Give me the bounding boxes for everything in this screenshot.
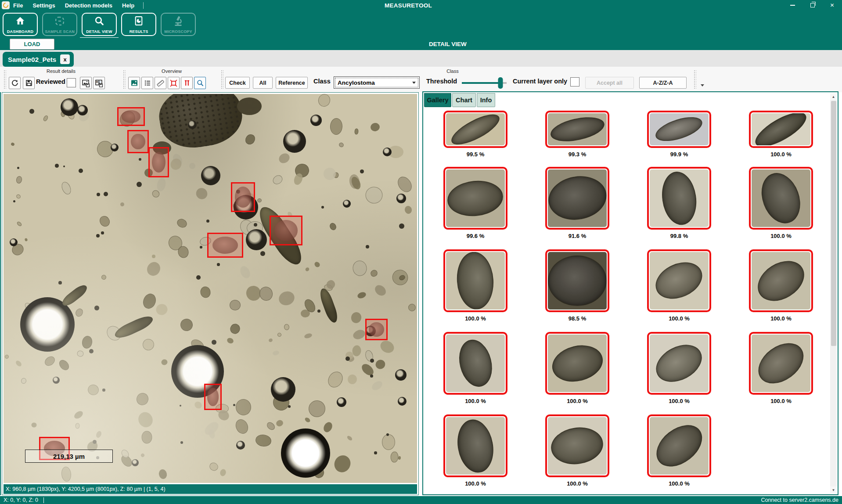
thumbnail-photo — [548, 169, 607, 227]
gallery-item[interactable] — [545, 332, 609, 395]
microscope-icon — [173, 15, 184, 27]
nav-dashboard-button[interactable]: DASHBOARD — [3, 13, 38, 36]
refresh-button[interactable] — [9, 77, 21, 89]
gallery-item[interactable] — [647, 167, 711, 230]
reviewed-checkbox[interactable] — [67, 78, 76, 87]
thumbnail-photo — [650, 169, 709, 227]
air-bubble — [310, 115, 322, 126]
speck-blob — [13, 200, 15, 202]
nav-results-button[interactable]: RESULTS — [121, 13, 156, 36]
speck-blob — [217, 263, 220, 266]
detection-box[interactable] — [365, 319, 388, 340]
nav-microscopy-button[interactable]: MICROSCOPY — [161, 13, 196, 36]
gallery-item[interactable] — [443, 332, 507, 395]
reference-button[interactable]: Reference — [276, 77, 308, 89]
scroll-up-icon[interactable]: ▲ — [830, 93, 837, 100]
all-button[interactable]: All — [253, 77, 273, 89]
confidence-label: 100.0 % — [647, 398, 711, 404]
save-button[interactable] — [23, 77, 35, 89]
detection-box[interactable] — [207, 233, 243, 258]
tab-close-icon[interactable]: x — [60, 54, 70, 64]
gallery-item[interactable] — [749, 332, 813, 395]
menu-settings[interactable]: Settings — [32, 2, 55, 9]
cell-blob — [331, 453, 353, 475]
gallery-item[interactable] — [749, 167, 813, 230]
tab-sample02-pets[interactable]: Sample02_Pets x — [3, 52, 74, 67]
gallery-item[interactable] — [545, 414, 609, 477]
app-status-bar: X: 0, Y: 0, Z: 0 Connect to server2.cams… — [0, 496, 842, 504]
gallery-item[interactable] — [443, 414, 507, 477]
threshold-slider[interactable] — [462, 82, 507, 84]
gallery-item[interactable] — [545, 249, 609, 312]
gallery-item[interactable] — [647, 332, 711, 395]
microscopy-image[interactable]: 219,13 µm — [4, 94, 417, 483]
egg-shape — [548, 113, 606, 145]
speck-blob — [288, 405, 291, 408]
check-button[interactable]: Check — [225, 77, 250, 89]
group-drag-handle[interactable] — [221, 70, 223, 89]
gallery-item[interactable] — [443, 249, 507, 312]
cell-blob — [271, 173, 284, 186]
menu-detection-models[interactable]: Detection models — [65, 2, 112, 9]
detection-box[interactable] — [117, 107, 145, 126]
scrollbar-thumb[interactable] — [831, 101, 836, 346]
nav-label: SAMPLE SCAN — [45, 29, 75, 34]
thumbnail-photo — [752, 169, 810, 227]
nav-sample-scan-button[interactable]: SAMPLE SCAN — [42, 13, 77, 36]
air-bubble — [188, 120, 197, 129]
class-dropdown[interactable]: Ancylostoma — [334, 76, 420, 89]
gallery-item[interactable] — [647, 249, 711, 312]
gallery-item[interactable] — [545, 111, 609, 148]
save-hd-image-button[interactable]: HD — [93, 77, 105, 89]
document-tab-bar: Sample02_Pets x — [0, 50, 842, 67]
minimize-button[interactable] — [783, 0, 802, 11]
edit-bounding-box-button[interactable] — [168, 77, 180, 89]
cell-blob — [136, 410, 155, 429]
confidence-label: 99.6 % — [443, 233, 507, 239]
menu-help[interactable]: Help — [122, 2, 134, 9]
gallery-item[interactable] — [749, 111, 813, 148]
detection-box[interactable] — [270, 216, 302, 245]
layer-lines-button[interactable] — [181, 77, 193, 89]
tab-info[interactable]: Info — [477, 93, 495, 107]
detection-box[interactable] — [231, 182, 255, 212]
gallery-item[interactable] — [647, 414, 711, 477]
threshold-slider-thumb[interactable] — [498, 77, 503, 89]
close-button[interactable]: ✕ — [822, 0, 842, 11]
bright-bubble — [281, 428, 330, 478]
server-connection-status: Connect to server2.camsens.de — [761, 497, 838, 503]
detection-box[interactable] — [127, 130, 149, 153]
save-image-button[interactable] — [80, 77, 92, 89]
restore-button[interactable] — [802, 0, 822, 11]
detected-egg — [152, 152, 166, 173]
gallery-item[interactable] — [647, 111, 711, 148]
measure-tool-button[interactable] — [155, 77, 166, 89]
load-button[interactable]: LOAD — [10, 39, 54, 50]
cell-blob — [244, 133, 257, 147]
zoom-tool-button[interactable] — [194, 77, 206, 89]
current-layer-checkbox[interactable] — [570, 77, 579, 86]
menu-file[interactable]: File — [13, 2, 23, 9]
group-drag-handle[interactable] — [694, 70, 696, 89]
cell-blob — [338, 142, 345, 148]
gallery-item[interactable] — [749, 249, 813, 312]
gallery-scrollbar[interactable]: ▲ ▼ — [830, 93, 837, 493]
cell-blob — [75, 423, 80, 429]
detection-box[interactable] — [148, 147, 169, 177]
ribbon-overflow-icon[interactable] — [701, 84, 704, 86]
overview-image-mode-button[interactable] — [128, 77, 140, 89]
gallery-item[interactable] — [443, 167, 507, 230]
gallery-item[interactable] — [443, 111, 507, 148]
tab-chart[interactable]: Chart — [452, 93, 476, 107]
nav-detail-view-button[interactable]: DETAIL VIEW — [82, 13, 117, 36]
tab-gallery[interactable]: Gallery — [424, 93, 451, 107]
detection-box[interactable] — [204, 384, 222, 410]
cell-blob — [189, 163, 195, 169]
overview-list-mode-button[interactable] — [141, 77, 153, 89]
scroll-down-icon[interactable]: ▼ — [830, 486, 837, 493]
cell-blob — [346, 435, 353, 441]
cell-blob — [81, 335, 94, 349]
gallery-item[interactable] — [545, 167, 609, 230]
sort-az-za-button[interactable]: A-Z/Z-A — [639, 77, 687, 89]
accept-all-button[interactable]: Accept all — [585, 77, 634, 89]
